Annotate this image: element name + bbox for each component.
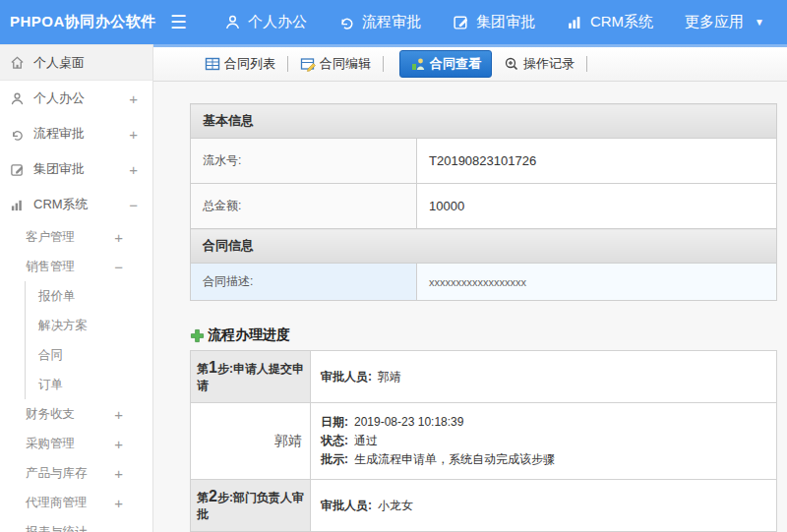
- sidebar-item-contract[interactable]: 合同: [26, 340, 152, 370]
- user-icon: [10, 91, 25, 106]
- status-label: 状态:: [321, 434, 348, 447]
- sidebar-item-label: 订单: [38, 377, 63, 393]
- collapse-icon[interactable]: −: [114, 259, 123, 275]
- sidebar-item-personal-desktop[interactable]: 个人桌面: [0, 44, 152, 81]
- field-label-serial-number: 流水号:: [191, 139, 417, 184]
- sidebar-item-customer-management[interactable]: 客户管理 +: [0, 222, 152, 252]
- top-nav: 个人办公 流程审批 集团审批 CRM系统 更多应用 ▼: [215, 13, 787, 31]
- sidebar-item-label: 报价单: [38, 288, 76, 305]
- expand-icon[interactable]: +: [129, 90, 138, 107]
- bar-chart-icon: [10, 198, 25, 212]
- zoom-plus-icon: [504, 56, 519, 72]
- step-date-line: 日期:2019-08-23 10:18:39: [321, 413, 766, 432]
- tab-operation-log[interactable]: 操作记录: [500, 55, 578, 73]
- field-label-contract-description: 合同描述:: [191, 264, 417, 301]
- date-label: 日期:: [321, 415, 348, 429]
- sidebar-item-label: 个人办公: [33, 89, 85, 107]
- content-panel: 基本信息 流水号: T20190823101726 总金额: 10000 合同信…: [153, 82, 787, 532]
- user-icon: [224, 14, 241, 30]
- nav-crm-system[interactable]: CRM系统: [558, 13, 662, 31]
- nav-label: CRM系统: [590, 13, 653, 31]
- sidebar: 个人桌面 个人办公 + 流程审批 + 集团审批 + CRM系统 − 客户管理 +…: [0, 44, 153, 532]
- home-icon: [10, 55, 25, 70]
- section-header-contract-info: 合同信息: [191, 229, 777, 264]
- step-detail-cell: 日期:2019-08-23 10:18:39 状态:通过 批示:生成流程申请单，…: [311, 403, 777, 480]
- sidebar-item-agent-management[interactable]: 代理商管理 +: [0, 488, 152, 517]
- sidebar-item-crm-system[interactable]: CRM系统 −: [0, 187, 152, 222]
- sidebar-item-label: 集团审批: [33, 160, 85, 178]
- sidebar-item-label: 产品与库存: [26, 465, 88, 482]
- sidebar-item-label: 财务收支: [26, 406, 75, 423]
- expand-icon[interactable]: +: [129, 161, 138, 178]
- approver-name: 郭靖: [378, 370, 401, 384]
- tab-contract-list[interactable]: 合同列表: [201, 55, 279, 73]
- tab-contract-edit[interactable]: 合同编辑: [296, 55, 375, 73]
- tab-label: 合同编辑: [320, 55, 371, 73]
- menu-toggle-icon[interactable]: ☰: [164, 11, 191, 33]
- step-status-line: 状态:通过: [321, 432, 766, 450]
- sidebar-item-label: 解决方案: [38, 318, 88, 334]
- sidebar-item-personal-office[interactable]: 个人办公 +: [0, 81, 152, 116]
- step-approver-cell: 审批人员:小龙女: [311, 480, 777, 532]
- date-value: 2019-08-23 10:18:39: [354, 415, 463, 429]
- workflow-icon: [338, 14, 355, 30]
- workflow-icon: [10, 127, 25, 142]
- tab-bar: 合同列表 合同编辑 合同查看 操作记录: [153, 44, 787, 82]
- step-title: 第1步:申请人提交申请: [191, 351, 311, 403]
- sidebar-item-order[interactable]: 订单: [26, 370, 152, 399]
- expand-icon[interactable]: +: [114, 465, 123, 482]
- nav-personal-office[interactable]: 个人办公: [215, 13, 316, 31]
- tab-label: 操作记录: [523, 55, 575, 73]
- approver-label: 审批人员:: [321, 499, 372, 512]
- sidebar-item-purchasing[interactable]: 采购管理 +: [0, 429, 152, 458]
- step-approver-cell: 审批人员:郭靖: [311, 351, 777, 403]
- edit-table-icon: [300, 56, 316, 72]
- nav-group-approval[interactable]: 集团审批: [444, 13, 544, 31]
- sidebar-item-label: CRM系统: [33, 196, 89, 213]
- sidebar-item-label: 个人桌面: [33, 54, 85, 72]
- sidebar-item-label: 销售管理: [26, 259, 75, 275]
- nav-label: 更多应用: [685, 13, 744, 31]
- table-row: 总金额: 10000: [191, 184, 777, 229]
- field-value-contract-description: xxxxxxxxxxxxxxxxxx: [417, 264, 777, 301]
- expand-icon[interactable]: +: [114, 495, 123, 511]
- sidebar-item-reports-statistics[interactable]: 报表与统计: [0, 517, 152, 532]
- step-title: 第2步:部门负责人审批: [191, 480, 311, 532]
- progress-section-title: 流程办理进度: [190, 326, 777, 344]
- nav-more-apps[interactable]: 更多应用 ▼: [676, 13, 773, 31]
- nav-label: 集团审批: [476, 13, 535, 31]
- top-bar: PHPOA协同办公软件 ☰ 个人办公 流程审批 集团审批 CRM系统 更多应用 …: [0, 0, 787, 44]
- sidebar-item-solution[interactable]: 解决方案: [26, 311, 152, 340]
- tab-contract-view[interactable]: 合同查看: [399, 50, 492, 78]
- progress-table: 第1步:申请人提交申请 审批人员:郭靖 郭靖 日期:2019-08-23 10:…: [190, 350, 777, 532]
- edit-icon: [453, 14, 469, 30]
- caret-down-icon[interactable]: ▼: [755, 17, 764, 28]
- sidebar-item-workflow-approval[interactable]: 流程审批 +: [0, 116, 152, 151]
- sidebar-item-products-inventory[interactable]: 产品与库存 +: [0, 458, 152, 488]
- expand-icon[interactable]: +: [114, 406, 123, 423]
- nav-label: 个人办公: [248, 13, 307, 31]
- table-row: 第1步:申请人提交申请 审批人员:郭靖: [191, 351, 777, 403]
- expand-icon[interactable]: +: [129, 126, 138, 143]
- sidebar-item-label: 合同: [38, 347, 63, 364]
- tab-label: 合同列表: [224, 55, 275, 73]
- expand-icon[interactable]: +: [114, 229, 123, 246]
- app-title: PHPOA协同办公软件: [0, 13, 164, 31]
- remark-label: 批示:: [321, 452, 348, 466]
- status-value: 通过: [354, 434, 378, 447]
- tab-separator: [586, 56, 587, 72]
- collapse-icon[interactable]: −: [129, 197, 138, 213]
- expand-icon[interactable]: +: [114, 436, 123, 452]
- nav-workflow-approval[interactable]: 流程审批: [330, 13, 430, 31]
- table-row: 第2步:部门负责人审批 审批人员:小龙女: [191, 480, 777, 532]
- sidebar-item-sales-management[interactable]: 销售管理 −: [0, 252, 152, 281]
- sidebar-item-quotation[interactable]: 报价单: [26, 281, 152, 311]
- sidebar-item-group-approval[interactable]: 集团审批 +: [0, 151, 152, 187]
- step-remark-line: 批示:生成流程申请单，系统自动完成该步骤: [321, 450, 766, 469]
- table-row: 流水号: T20190823101726: [191, 139, 777, 184]
- sidebar-item-finance[interactable]: 财务收支 +: [0, 399, 152, 429]
- bar-chart-icon: [567, 14, 583, 30]
- view-contract-icon: [410, 56, 426, 72]
- tab-separator: [383, 56, 384, 72]
- contract-info-table: 基本信息 流水号: T20190823101726 总金额: 10000 合同信…: [190, 103, 777, 301]
